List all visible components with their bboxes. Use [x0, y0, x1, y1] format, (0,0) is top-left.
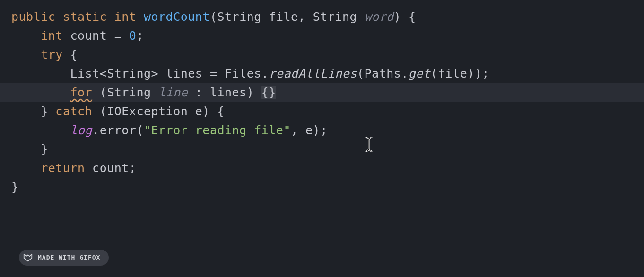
var-count: count =	[63, 29, 129, 43]
brace: {	[63, 48, 78, 61]
indent	[11, 161, 41, 175]
param-word: word	[365, 10, 394, 24]
brace-close: }	[11, 180, 19, 194]
method-error: .error(	[92, 123, 144, 137]
code-line[interactable]: } catch (IOException e) {	[11, 102, 633, 121]
indent	[11, 142, 41, 156]
code-editor[interactable]: public static int wordCount(String file,…	[11, 8, 633, 197]
keyword-int: int	[41, 29, 63, 43]
brace-close: }	[41, 104, 55, 118]
for-colon: : lines)	[188, 86, 261, 99]
fox-icon	[23, 252, 33, 263]
code-line[interactable]: int count = 0;	[11, 26, 633, 45]
comma: ,	[298, 10, 313, 24]
indent	[11, 123, 70, 137]
keyword-for-warning: for	[70, 86, 92, 99]
brace-match-close: }	[269, 86, 276, 99]
code-line-active[interactable]: for (String line : lines) {}	[0, 83, 644, 102]
indent	[11, 29, 41, 43]
indent	[11, 48, 41, 61]
type-string: String	[218, 10, 261, 24]
brace-close: }	[41, 142, 48, 156]
expr-mid: (Paths.	[357, 67, 409, 80]
paren: (	[210, 10, 218, 24]
badge-text: MADE WITH GIFOX	[38, 253, 100, 263]
var-count: count;	[85, 161, 137, 175]
brace: {	[401, 10, 416, 24]
keyword-static: static	[63, 10, 107, 24]
indent	[11, 104, 41, 118]
param-file: file	[269, 10, 298, 24]
catch-args: (IOException e) {	[92, 104, 225, 118]
loop-var-line: line	[158, 86, 188, 99]
method-name: wordCount	[144, 10, 210, 24]
literal-zero: 0	[129, 29, 137, 43]
indent	[11, 67, 70, 80]
keyword-catch: catch	[55, 104, 92, 118]
indent	[11, 86, 70, 99]
args-end: , e);	[291, 123, 328, 137]
method-readAllLines: readAllLines	[269, 67, 357, 80]
code-line[interactable]: return count;	[11, 159, 633, 178]
code-line[interactable]: List<String> lines = Files.readAllLines(…	[11, 64, 633, 83]
code-line[interactable]: public static int wordCount(String file,…	[11, 8, 633, 26]
identifier-log: log	[70, 123, 92, 137]
expr-list: List<String> lines = Files.	[70, 67, 269, 80]
keyword-public: public	[11, 10, 55, 24]
string-literal: "Error reading file"	[144, 123, 291, 137]
keyword-try: try	[41, 48, 63, 61]
expr-end: (file));	[430, 67, 489, 80]
method-get: get	[409, 67, 431, 80]
code-line[interactable]: }	[11, 178, 633, 197]
for-header: (String	[92, 86, 158, 99]
code-line[interactable]: log.error("Error reading file", e);	[11, 121, 633, 140]
keyword-return: return	[41, 161, 85, 175]
semicolon: ;	[136, 29, 144, 43]
code-line[interactable]: try {	[11, 45, 633, 64]
type-string: String	[313, 10, 357, 24]
gifox-watermark-badge: MADE WITH GIFOX	[19, 250, 109, 266]
keyword-int: int	[114, 10, 137, 24]
code-line[interactable]: }	[11, 140, 633, 159]
paren: )	[394, 10, 401, 24]
brace-match-open: {	[261, 86, 269, 99]
